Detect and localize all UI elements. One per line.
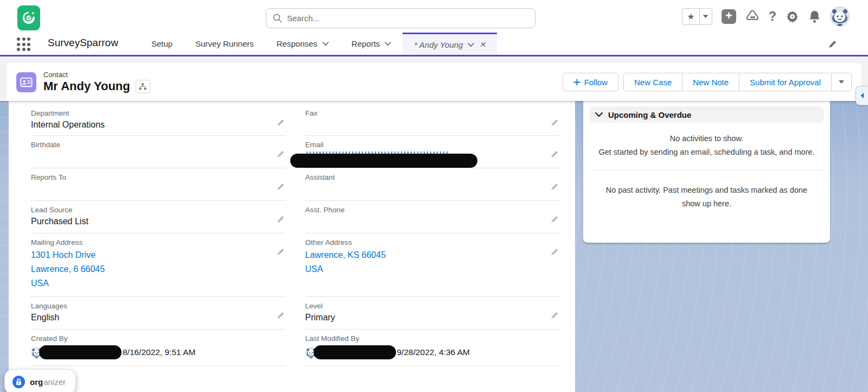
field-reports-to: Reports To — [31, 168, 286, 201]
record-datetime: 9/28/2022, 4:36 AM — [397, 347, 470, 357]
tab-responses[interactable]: Responses — [265, 33, 340, 55]
edit-nav-pencil-icon[interactable] — [828, 40, 837, 49]
field-label: Birthdate — [31, 141, 286, 149]
field-label: Level — [305, 302, 560, 310]
record-title: Mr Andy Young — [43, 79, 130, 93]
edit-field-pencil-icon[interactable] — [550, 182, 559, 191]
field-value: English — [31, 313, 286, 323]
app-name: SurveySparrow — [48, 37, 118, 49]
search-icon — [273, 14, 282, 23]
submit-for-approval-button[interactable]: Submit for Approval — [739, 73, 832, 91]
field-label: Email — [305, 141, 560, 149]
field-label: Assistant — [305, 173, 560, 181]
field-lead-source: Lead SourcePurchased List — [31, 201, 286, 233]
chevron-down-icon[interactable] — [468, 43, 474, 47]
field-created-by: Created By 8/16/2022, 9:51 AM — [31, 330, 286, 366]
edit-field-pencil-icon[interactable] — [550, 118, 559, 127]
get-started-text: Get started by sending an email, schedul… — [597, 146, 816, 159]
favorites-control: ★ — [682, 8, 712, 25]
tab-reports[interactable]: Reports — [340, 33, 403, 55]
edit-field-pencil-icon[interactable] — [276, 215, 285, 224]
chevron-down-icon — [385, 42, 391, 46]
field-label: Department — [31, 109, 286, 117]
main-content: DepartmentInternal Operations Birthdate … — [0, 101, 868, 392]
edit-field-pencil-icon[interactable] — [276, 118, 285, 127]
no-activities-text: No activities to show. — [597, 132, 816, 146]
field-value: Internal Operations — [31, 120, 286, 130]
tab-survey-runners[interactable]: Survey Runners — [184, 33, 265, 55]
organizer-extension-badge[interactable]: org anizer — [4, 369, 76, 392]
field-last-modified-by: Last Modified By 9/28/2022, 4:36 AM — [305, 330, 560, 366]
global-header: ★ + ? — [0, 0, 868, 33]
field-label: Last Modified By — [305, 334, 560, 343]
edit-field-pencil-icon[interactable] — [276, 182, 285, 191]
activity-panel: Upcoming & Overdue No activities to show… — [583, 101, 830, 243]
field-assistant: Assistant — [305, 168, 560, 201]
favorites-star-icon[interactable]: ★ — [682, 8, 700, 25]
field-department: DepartmentInternal Operations — [31, 104, 286, 136]
notifications-bell-icon[interactable] — [808, 10, 821, 23]
edit-field-pencil-icon[interactable] — [276, 248, 285, 256]
redacted-email-value — [305, 150, 560, 167]
help-icon[interactable]: ? — [769, 9, 776, 24]
field-label: Other Address — [305, 238, 560, 246]
address-link[interactable]: Lawrence, KS 66045 — [305, 249, 560, 261]
organizer-lock-icon — [12, 376, 25, 388]
field-languages: LanguagesEnglish — [31, 297, 286, 330]
redacted-user-name — [39, 345, 122, 359]
global-search[interactable] — [266, 8, 535, 28]
app-launcher-icon[interactable] — [17, 37, 31, 52]
field-mailing-address: Mailing Address1301 Hoch DriveLawrence, … — [31, 233, 286, 297]
chevron-down-icon — [322, 42, 329, 46]
edit-field-pencil-icon[interactable] — [550, 150, 559, 159]
surveysparrow-logo-icon[interactable] — [17, 5, 40, 30]
tab-setup[interactable]: Setup — [140, 33, 184, 55]
more-actions-caret-icon[interactable] — [831, 73, 852, 91]
new-case-button[interactable]: New Case — [623, 73, 682, 91]
app-nav-bar: SurveySparrow Setup Survey Runners Respo… — [0, 33, 868, 56]
field-label: Mailing Address — [31, 238, 286, 246]
edit-field-pencil-icon[interactable] — [550, 248, 559, 256]
address-link[interactable]: USA — [305, 263, 560, 275]
tab-andy-young-active[interactable]: * Andy Young ✕ — [403, 33, 497, 55]
view-hierarchy-button[interactable] — [136, 80, 150, 93]
record-datetime: 8/16/2022, 9:51 AM — [123, 347, 195, 357]
details-left-column: DepartmentInternal Operations Birthdate … — [31, 104, 286, 366]
close-tab-icon[interactable]: ✕ — [479, 40, 486, 49]
edit-field-pencil-icon[interactable] — [276, 150, 285, 159]
user-avatar[interactable] — [830, 7, 850, 26]
field-value: Primary — [305, 313, 560, 323]
field-email: Email — [305, 136, 560, 168]
global-add-icon[interactable]: + — [722, 9, 736, 24]
new-note-button[interactable]: New Note — [682, 73, 739, 91]
follow-button[interactable]: Follow — [563, 73, 618, 91]
address-link[interactable]: 1301 Hoch Drive — [31, 249, 286, 261]
contact-details-panel: DepartmentInternal Operations Birthdate … — [9, 101, 575, 392]
edit-field-pencil-icon[interactable] — [276, 311, 285, 320]
collapse-panel-button[interactable] — [856, 86, 868, 105]
address-link[interactable]: USA — [31, 277, 286, 289]
upcoming-overdue-header[interactable]: Upcoming & Overdue — [589, 106, 824, 123]
entity-label: Contact — [43, 71, 150, 79]
field-value: Purchased List — [31, 217, 286, 226]
field-label: Asst. Phone — [305, 206, 560, 214]
guidance-center-icon[interactable] — [745, 9, 760, 23]
header-utility-icons: ★ + ? — [682, 7, 850, 26]
address-link[interactable]: Lawrence, 6 66045 — [31, 263, 286, 275]
record-header-card: Contact Mr Andy Young Follow N — [7, 63, 861, 101]
field-other-address: Other AddressLawrence, KS 66045USA — [305, 233, 560, 297]
details-right-column: Fax Email Assistant Asst. Phone Other Ad… — [305, 104, 560, 366]
field-birthdate: Birthdate — [31, 136, 286, 168]
edit-field-pencil-icon[interactable] — [550, 311, 559, 320]
edit-field-pencil-icon[interactable] — [550, 215, 559, 224]
record-actions: Follow New Case New Note Submit for Appr… — [563, 73, 852, 91]
favorites-caret-icon[interactable] — [699, 8, 712, 25]
search-input[interactable] — [287, 14, 528, 23]
record-header-section: Contact Mr Andy Young Follow N — [0, 56, 868, 101]
chevron-down-icon — [595, 112, 603, 117]
field-asst-phone: Asst. Phone — [305, 201, 560, 233]
setup-gear-icon[interactable] — [786, 10, 799, 23]
field-label: Fax — [305, 109, 560, 117]
plus-icon — [573, 79, 580, 86]
field-label: Reports To — [31, 173, 286, 181]
